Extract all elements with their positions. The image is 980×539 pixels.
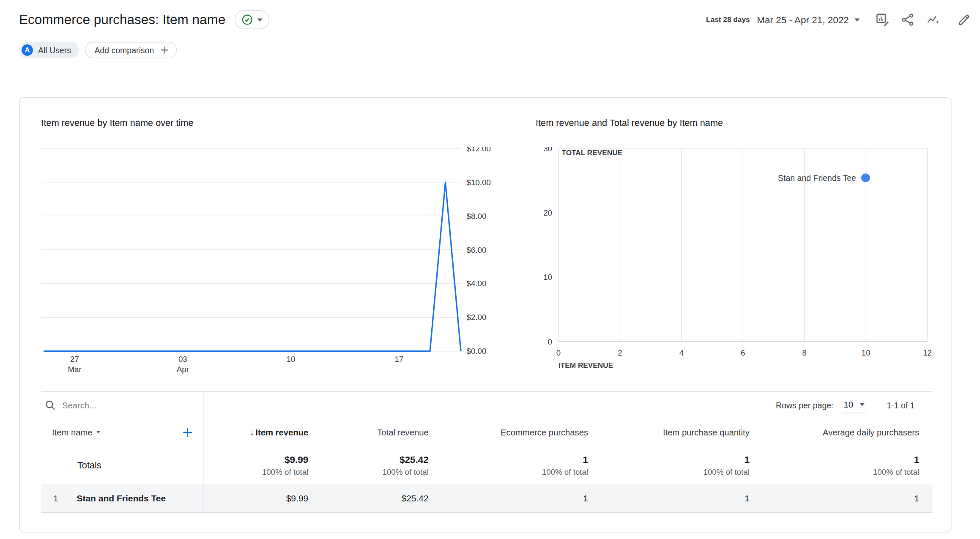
share-icon — [900, 12, 915, 27]
svg-text:6: 6 — [741, 348, 745, 357]
svg-text:0: 0 — [548, 337, 552, 346]
totals-value: $25.42 — [400, 454, 429, 464]
dimension-column-cell: Item name — [41, 419, 203, 446]
svg-text:$4.00: $4.00 — [467, 279, 487, 288]
chevron-down-icon — [96, 431, 100, 434]
data-quality-badge[interactable] — [234, 10, 269, 29]
plus-icon — [182, 427, 193, 438]
totals-value: 1 — [583, 454, 589, 464]
table-header-row: Item name ↓ Item revenue Total revenue — [41, 419, 932, 446]
add-metric-button[interactable] — [180, 425, 195, 440]
column-header-total-revenue[interactable]: Total revenue — [322, 419, 442, 446]
row-index: 1 — [41, 493, 70, 503]
column-header-label: Average daily purchasers — [823, 427, 919, 437]
svg-text:TOTAL REVENUE: TOTAL REVENUE — [561, 148, 622, 157]
totals-subtext: 100% of total — [382, 468, 428, 476]
row-item-name[interactable]: Stan and Friends Tee — [77, 493, 166, 503]
chevron-down-icon — [257, 18, 262, 21]
svg-text:$8.00: $8.00 — [467, 212, 487, 221]
svg-text:$10.00: $10.00 — [467, 178, 491, 187]
check-circle-icon — [241, 14, 253, 25]
svg-text:0: 0 — [556, 348, 561, 357]
svg-text:$12.00: $12.00 — [467, 147, 491, 153]
svg-text:$6.00: $6.00 — [467, 246, 487, 254]
row-value-total-revenue: $25.42 — [322, 484, 442, 512]
add-comparison-chip[interactable]: Add comparison — [85, 42, 177, 58]
totals-label: Totals — [77, 460, 101, 470]
scatter-chart: 0246810120102030TOTAL REVENUEITEM REVENU… — [536, 147, 934, 375]
column-header-item-revenue[interactable]: ↓ Item revenue — [203, 419, 322, 446]
svg-text:30: 30 — [543, 147, 552, 153]
insights-button[interactable] — [925, 11, 942, 28]
totals-cell-ecommerce-purchases: 1 100% of total — [442, 446, 601, 484]
totals-cell-total-revenue: $25.42 100% of total — [322, 446, 442, 484]
edit-chart-icon — [875, 12, 890, 27]
share-button[interactable] — [900, 11, 916, 28]
edit-chart-button[interactable] — [874, 11, 891, 28]
plus-icon — [160, 46, 169, 55]
row-value-item-revenue: $9.99 — [203, 484, 322, 512]
comparison-a-badge: A — [22, 44, 33, 56]
column-header-label: Item purchase quantity — [663, 427, 750, 437]
scatter-chart-block: Item revenue and Total revenue by Item n… — [536, 117, 934, 375]
svg-text:Mar: Mar — [68, 365, 81, 374]
table-search — [41, 392, 203, 419]
comparison-chips-row: A All Users Add comparison — [0, 29, 980, 58]
add-comparison-label: Add comparison — [94, 45, 154, 55]
table-toolbar: Rows per page: 10 1-1 of 1 — [41, 391, 932, 419]
rows-per-page-label: Rows per page: — [776, 401, 834, 410]
row-dimension-cell: 1 Stan and Friends Tee — [41, 484, 203, 512]
totals-value: 1 — [744, 454, 750, 464]
svg-text:Stan and Friends Tee: Stan and Friends Tee — [778, 173, 856, 183]
date-range-picker[interactable]: Mar 25 - Apr 21, 2022 — [757, 14, 860, 25]
search-input[interactable] — [62, 401, 170, 410]
totals-subtext: 100% of total — [703, 468, 749, 476]
rows-per-page-select[interactable]: 10 — [843, 398, 866, 413]
totals-cell-average-daily-purchasers: 1 100% of total — [763, 446, 932, 484]
column-header-item-purchase-quantity[interactable]: Item purchase quantity — [602, 419, 763, 446]
all-users-label: All Users — [38, 45, 71, 55]
sort-desc-icon: ↓ — [250, 427, 255, 437]
totals-cell-item-revenue: $9.99 100% of total — [203, 446, 322, 484]
svg-text:$2.00: $2.00 — [467, 313, 487, 322]
pagination-controls: Rows per page: 10 1-1 of 1 — [776, 392, 933, 419]
row-value-ecommerce-purchases: 1 — [442, 484, 601, 512]
column-header-ecommerce-purchases[interactable]: Ecommerce purchases — [442, 419, 601, 446]
svg-text:ITEM REVENUE: ITEM REVENUE — [558, 361, 613, 369]
totals-value: 1 — [914, 454, 920, 464]
insights-icon — [925, 12, 941, 27]
svg-text:03: 03 — [178, 355, 187, 364]
svg-text:4: 4 — [679, 348, 684, 357]
row-value-item-purchase-quantity: 1 — [602, 484, 763, 512]
page-title: Ecommerce purchases: Item name — [19, 12, 225, 27]
table-row[interactable]: 1 Stan and Friends Tee $9.99 $25.42 1 1 … — [41, 484, 932, 513]
line-chart-block: Item revenue by Item name over time $12.… — [41, 117, 493, 375]
svg-text:$0.00: $0.00 — [467, 347, 487, 356]
svg-text:8: 8 — [802, 348, 807, 357]
date-range-text: Mar 25 - Apr 21, 2022 — [757, 14, 849, 25]
charts-row: Item revenue by Item name over time $12.… — [41, 117, 932, 375]
column-header-label: Ecommerce purchases — [501, 427, 588, 437]
row-value-average-daily-purchasers: 1 — [763, 484, 932, 512]
totals-subtext: 100% of total — [542, 468, 588, 476]
chevron-down-icon — [854, 18, 860, 21]
svg-text:Apr: Apr — [177, 365, 189, 374]
totals-subtext: 100% of total — [262, 468, 308, 476]
line-chart-title: Item revenue by Item name over time — [41, 117, 493, 129]
dimension-column-header[interactable]: Item name — [52, 427, 93, 437]
svg-text:27: 27 — [70, 355, 79, 364]
column-header-average-daily-purchasers[interactable]: Average daily purchasers — [763, 419, 932, 446]
search-icon — [45, 400, 55, 410]
svg-text:20: 20 — [543, 208, 552, 217]
pencil-icon — [957, 12, 972, 27]
svg-text:12: 12 — [923, 348, 932, 357]
totals-label-cell: Totals — [41, 446, 203, 484]
edit-report-button[interactable] — [956, 11, 972, 28]
header-actions: Last 28 days Mar 25 - Apr 21, 2022 — [706, 11, 972, 28]
totals-subtext: 100% of total — [873, 468, 919, 476]
all-users-chip[interactable]: A All Users — [19, 42, 79, 58]
totals-row: Totals $9.99 100% of total $25.42 100% o… — [41, 446, 932, 484]
rows-per-page-value: 10 — [844, 399, 854, 409]
pagination-range: 1-1 of 1 — [887, 401, 915, 410]
totals-value: $9.99 — [285, 454, 308, 464]
